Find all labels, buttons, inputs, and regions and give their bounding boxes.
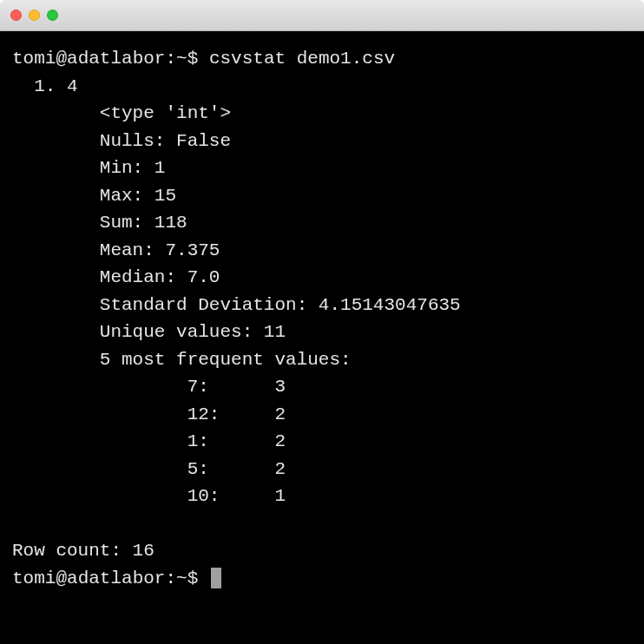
output-unique: Unique values: 11 <box>12 319 632 346</box>
output-min: Min: 1 <box>12 154 632 182</box>
output-max: Max: 15 <box>12 182 632 210</box>
prompt-path: ~ <box>176 568 187 588</box>
output-freq-row: 1: 2 <box>12 428 632 456</box>
prompt-host: adatlabor <box>67 568 165 588</box>
command-text: csvstat demo1.csv <box>209 49 395 69</box>
output-type: <type 'int'> <box>12 100 632 128</box>
cursor-icon <box>211 568 221 588</box>
command-line: tomi@adatlabor:~$ csvstat demo1.csv <box>12 45 632 73</box>
output-freq-row: 10: 1 <box>12 483 632 510</box>
prompt-user: tomi <box>12 49 56 69</box>
traffic-lights <box>10 10 58 21</box>
minimize-icon[interactable] <box>29 10 40 21</box>
terminal-content[interactable]: tomi@adatlabor:~$ csvstat demo1.csv 1. 4… <box>0 31 644 644</box>
output-freq-row: 12: 2 <box>12 401 632 429</box>
prompt-host: adatlabor <box>67 49 165 69</box>
output-freq-row: 7: 3 <box>12 373 632 401</box>
output-rowcount: Row count: 16 <box>12 537 632 565</box>
blank-line <box>12 510 632 538</box>
output-mean: Mean: 7.375 <box>12 237 632 265</box>
close-icon[interactable] <box>10 10 22 21</box>
terminal-window: tomi@adatlabor:~$ csvstat demo1.csv 1. 4… <box>0 0 644 644</box>
output-freq-row: 5: 2 <box>12 456 632 483</box>
output-nulls: Nulls: False <box>12 128 632 155</box>
prompt-path: ~ <box>176 49 187 69</box>
prompt-line: tomi@adatlabor:~$ <box>12 565 632 593</box>
output-sum: Sum: 118 <box>12 209 632 237</box>
prompt-symbol: $ <box>187 568 199 588</box>
output-stddev: Standard Deviation: 4.15143047635 <box>12 292 632 319</box>
maximize-icon[interactable] <box>47 10 58 21</box>
output-freq-header: 5 most frequent values: <box>12 346 632 374</box>
output-column-header: 1. 4 <box>12 73 632 101</box>
prompt-symbol: $ <box>187 49 199 69</box>
output-median: Median: 7.0 <box>12 264 632 292</box>
prompt-user: tomi <box>12 568 56 588</box>
window-titlebar <box>0 0 644 31</box>
